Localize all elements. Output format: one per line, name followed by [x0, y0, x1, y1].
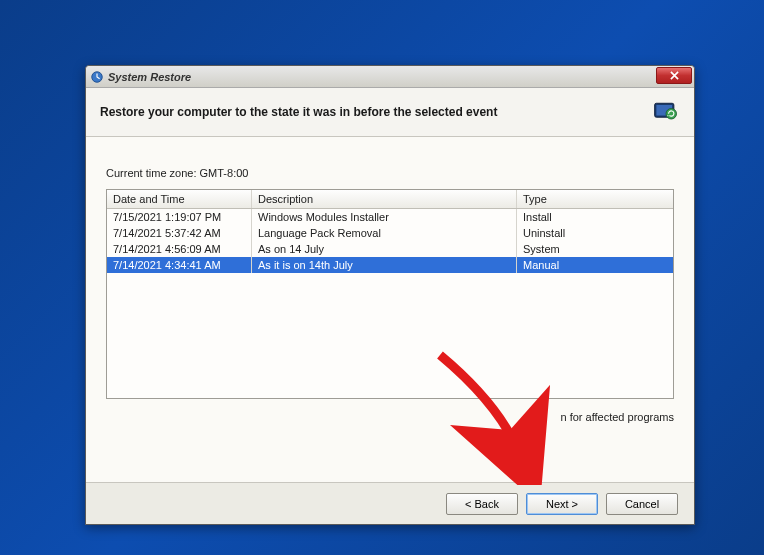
cell-description: As it is on 14th July	[252, 257, 517, 273]
cell-datetime: 7/14/2021 5:37:42 AM	[107, 225, 252, 241]
restore-point-row[interactable]: 7/14/2021 5:37:42 AMLanguage Pack Remova…	[107, 225, 673, 241]
cancel-button[interactable]: Cancel	[606, 493, 678, 515]
cell-description: As on 14 July	[252, 241, 517, 257]
cell-datetime: 7/14/2021 4:34:41 AM	[107, 257, 252, 273]
monitor-restore-icon	[652, 98, 680, 126]
wizard-footer: < Back Next > Cancel	[86, 482, 694, 524]
cell-type: Manual	[517, 257, 673, 273]
back-button[interactable]: < Back	[446, 493, 518, 515]
wizard-heading: Restore your computer to the state it wa…	[100, 105, 497, 119]
titlebar: System Restore	[86, 66, 694, 88]
window-title: System Restore	[108, 71, 191, 83]
column-header-type[interactable]: Type	[517, 190, 673, 208]
list-header: Date and Time Description Type	[107, 190, 673, 209]
wizard-content: Current time zone: GMT-8:00 Date and Tim…	[86, 137, 694, 497]
cell-type: Install	[517, 209, 673, 225]
cell-datetime: 7/14/2021 4:56:09 AM	[107, 241, 252, 257]
scan-affected-programs-link[interactable]: n for affected programs	[106, 411, 674, 423]
cell-description: Language Pack Removal	[252, 225, 517, 241]
restore-point-row[interactable]: 7/14/2021 4:34:41 AMAs it is on 14th Jul…	[107, 257, 673, 273]
system-restore-window: System Restore Restore your computer to …	[85, 65, 695, 525]
cell-datetime: 7/15/2021 1:19:07 PM	[107, 209, 252, 225]
next-button[interactable]: Next >	[526, 493, 598, 515]
column-header-description[interactable]: Description	[252, 190, 517, 208]
timezone-label: Current time zone: GMT-8:00	[106, 167, 674, 179]
cell-type: Uninstall	[517, 225, 673, 241]
column-header-datetime[interactable]: Date and Time	[107, 190, 252, 208]
close-button[interactable]	[656, 67, 692, 84]
restore-point-row[interactable]: 7/15/2021 1:19:07 PMWindows Modules Inst…	[107, 209, 673, 225]
restore-point-list: Date and Time Description Type 7/15/2021…	[106, 189, 674, 399]
svg-point-3	[666, 109, 677, 120]
restore-point-row[interactable]: 7/14/2021 4:56:09 AMAs on 14 JulySystem	[107, 241, 673, 257]
cell-description: Windows Modules Installer	[252, 209, 517, 225]
system-restore-icon	[90, 70, 104, 84]
cell-type: System	[517, 241, 673, 257]
wizard-header: Restore your computer to the state it wa…	[86, 88, 694, 137]
